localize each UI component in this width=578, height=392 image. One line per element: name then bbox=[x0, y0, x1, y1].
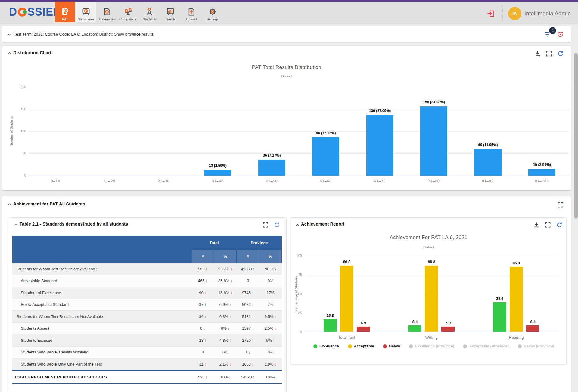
achievement-bar-acceptable[interactable]: 86.8 bbox=[425, 266, 438, 332]
distribution-bar[interactable] bbox=[420, 106, 447, 176]
nav-item-label: PAT bbox=[62, 17, 68, 21]
table-row[interactable]: Students Who Wrote, Results Withheld00%1… bbox=[12, 346, 282, 358]
table-cell: 536↓ bbox=[191, 375, 214, 379]
table-cell: 23↑ bbox=[191, 338, 214, 343]
achievement-bar-excellence[interactable]: 16.8 bbox=[324, 319, 337, 332]
avatar[interactable]: IA bbox=[508, 7, 521, 20]
up-arrow-icon: ↑ bbox=[253, 267, 255, 271]
refresh-icon[interactable] bbox=[557, 50, 564, 57]
bar-slot: 15 (2.99%)91–100 bbox=[515, 87, 569, 176]
up-arrow-icon: ↑ bbox=[204, 314, 207, 319]
legend-item-acceptable-province-[interactable]: Acceptable (Province) bbox=[463, 344, 508, 348]
students-icon bbox=[145, 7, 154, 17]
reset-filters-icon[interactable] bbox=[556, 30, 564, 38]
collapse-chevron-icon[interactable] bbox=[7, 202, 12, 207]
download-icon[interactable] bbox=[533, 222, 540, 228]
achievement-bar-below[interactable]: 6.9 bbox=[357, 327, 370, 332]
refresh-icon[interactable] bbox=[556, 222, 563, 228]
page-scrollbar-thumb[interactable] bbox=[574, 53, 578, 219]
cell-value: 6.3% bbox=[219, 314, 228, 319]
table-row[interactable]: Standard of Excellence90↓16.8%↓9745↑17% bbox=[12, 287, 282, 299]
fullscreen-icon[interactable] bbox=[557, 201, 564, 208]
logout-icon[interactable] bbox=[486, 9, 495, 18]
nav-item-pat[interactable]: PAT bbox=[55, 2, 75, 22]
distribution-bar[interactable] bbox=[474, 149, 502, 176]
achievement-bar-below[interactable]: 8.4 bbox=[526, 325, 539, 332]
refresh-icon[interactable] bbox=[274, 222, 280, 228]
table-cell: 54820↑ bbox=[237, 375, 259, 379]
achievement-bar-excellence[interactable]: 8.4 bbox=[408, 325, 421, 332]
nav-item-comparison[interactable]: Comparison bbox=[118, 2, 138, 22]
nav-item-trends[interactable]: Trends bbox=[160, 2, 180, 22]
legend-item-excellence[interactable]: Excellence bbox=[313, 344, 339, 348]
sub-header-cell[interactable]: # bbox=[192, 250, 214, 263]
legend-item-acceptable[interactable]: Acceptable bbox=[348, 344, 374, 348]
cell-value: 0% bbox=[268, 350, 273, 354]
bar-value-label: 6.9 bbox=[439, 321, 457, 325]
fullscreen-icon[interactable] bbox=[262, 222, 269, 228]
achievement-bar-excellence[interactable]: 38.6 bbox=[493, 302, 506, 332]
legend-item-below-province-[interactable]: Below (Province) bbox=[518, 344, 554, 348]
fullscreen-icon[interactable] bbox=[545, 222, 551, 228]
table-row[interactable]: Students Excused23↑4.3%↑2720↑5%↑ bbox=[12, 334, 282, 346]
distribution-bar[interactable] bbox=[258, 160, 285, 176]
y-tick-label: 50 bbox=[289, 292, 302, 296]
nav-item-label: Settings bbox=[207, 17, 219, 21]
achievement-bar-below[interactable]: 6.9 bbox=[441, 327, 455, 332]
table-cell: 1063↓ bbox=[237, 362, 259, 366]
x-axis-label: 0–10 bbox=[29, 179, 83, 183]
bar-value-label: 13 (2.59%) bbox=[194, 163, 242, 168]
bar-value-label: 36 (7.17%) bbox=[248, 153, 296, 157]
cell-value: 90 bbox=[199, 291, 203, 295]
nav-item-settings[interactable]: Settings bbox=[203, 2, 222, 22]
dossier-logo[interactable]: DSSIER bbox=[9, 6, 61, 18]
up-arrow-icon: ↑ bbox=[273, 338, 275, 342]
x-axis-label: 61–70 bbox=[353, 179, 407, 183]
nav-item-upload[interactable]: Upload bbox=[182, 2, 201, 22]
cell-value: 9.5% bbox=[265, 314, 274, 319]
bar-group: 8.486.86.9Writing bbox=[389, 256, 474, 332]
table-row[interactable]: Students Who Wrote Only One Part of the … bbox=[12, 358, 282, 370]
up-arrow-icon: ↑ bbox=[252, 291, 254, 295]
table-cell: 0↓ bbox=[191, 326, 214, 331]
table-cell: 11↓ bbox=[191, 362, 214, 366]
table-cell: 49639↑ bbox=[237, 267, 259, 271]
table-row[interactable]: Students Absent0↓0%↓1397↑2.5%↓ bbox=[12, 322, 282, 334]
sub-header-cell[interactable]: % bbox=[214, 250, 236, 263]
logo-o-mark bbox=[18, 8, 27, 17]
legend-dot-icon bbox=[348, 344, 352, 348]
table-row[interactable]: Students for Whom Test Results are Avail… bbox=[12, 263, 282, 275]
distribution-bar[interactable] bbox=[204, 170, 231, 176]
sub-header-cell[interactable]: % bbox=[259, 250, 281, 263]
nav-item-categories[interactable]: Categories bbox=[97, 2, 117, 22]
download-icon[interactable] bbox=[534, 50, 541, 57]
fullscreen-icon[interactable] bbox=[545, 50, 553, 57]
achievement-bar-acceptable[interactable]: 86.8 bbox=[340, 266, 353, 332]
distribution-bar[interactable] bbox=[312, 137, 339, 176]
achievement-report-title: Achievement Report bbox=[301, 222, 345, 226]
collapse-chevron-icon[interactable] bbox=[295, 222, 300, 227]
distribution-bar[interactable] bbox=[366, 115, 393, 176]
sub-header-cell[interactable]: # bbox=[237, 250, 259, 263]
chevron-down-icon[interactable] bbox=[7, 32, 12, 37]
achievement-bar-acceptable[interactable]: 85.3 bbox=[510, 267, 523, 332]
legend-item-below[interactable]: Below bbox=[383, 344, 400, 348]
page-scrollbar-track[interactable] bbox=[574, 26, 578, 392]
collapse-chevron-icon[interactable] bbox=[7, 51, 12, 56]
table-cell: 0% bbox=[259, 350, 282, 354]
collapse-chevron-icon[interactable] bbox=[14, 222, 18, 227]
table-row[interactable]: Students for Whom Test Results are Not A… bbox=[12, 310, 282, 322]
nav-item-summaries[interactable]: Summaries bbox=[76, 2, 96, 22]
table-cell: 7% bbox=[259, 302, 282, 307]
distribution-bar[interactable] bbox=[528, 169, 555, 176]
bar-value-label: 8.4 bbox=[406, 320, 424, 324]
x-axis-label: 21–30 bbox=[137, 179, 191, 183]
nav-item-students[interactable]: Students bbox=[139, 2, 159, 22]
filter-summary[interactable]: Test Term: 2021; Course Code: LA 6; Loca… bbox=[14, 26, 154, 42]
table-row[interactable]: Acceptable Standard465↓86.8%↓00% bbox=[12, 275, 282, 287]
cell-value: 37 bbox=[199, 302, 203, 307]
cell-value: 2720 bbox=[242, 338, 251, 343]
legend-item-excellence-province-[interactable]: Excellence (Province) bbox=[409, 344, 454, 348]
row-label: Students Who Wrote Only One Part of the … bbox=[12, 362, 191, 366]
table-row[interactable]: Below Acceptable Standard37↑6.9%↑5032↑7% bbox=[12, 299, 282, 311]
